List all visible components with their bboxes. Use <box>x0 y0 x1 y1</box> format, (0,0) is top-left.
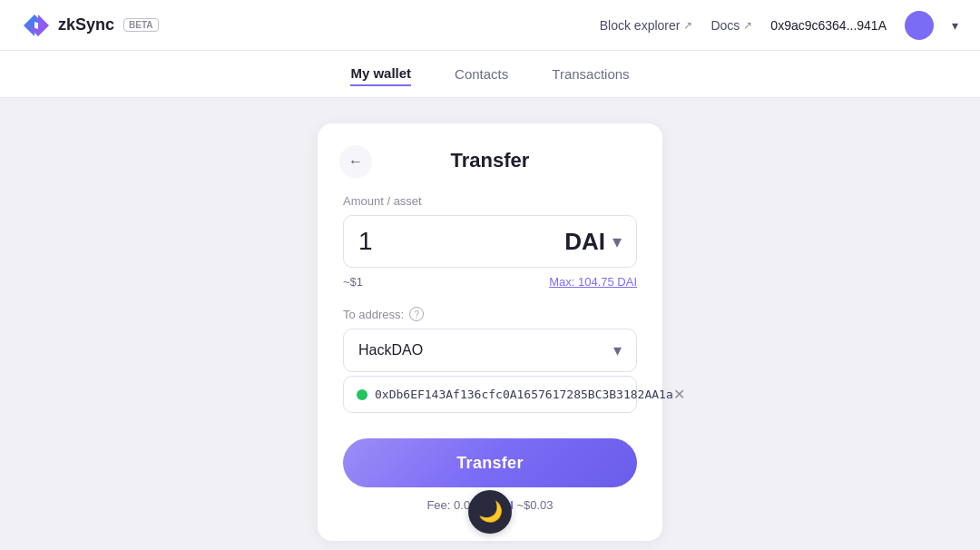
block-explorer-link[interactable]: Block explorer ↗ <box>600 18 693 33</box>
wallet-address: 0x9ac9c6364...941A <box>770 18 887 33</box>
address-item-left: 0xDb6EF143Af136cfc0A1657617285BC3B3182AA… <box>357 388 673 401</box>
card-title: Transfer <box>343 149 637 172</box>
amount-input[interactable] <box>358 227 449 256</box>
address-dropdown[interactable]: HackDAO ▾ <box>343 329 637 372</box>
dark-mode-toggle[interactable]: 🌙 <box>468 490 512 534</box>
transfer-card: ← Transfer Amount / asset DAI ▾ ~$1 Max:… <box>318 123 662 541</box>
avatar[interactable] <box>905 11 934 40</box>
beta-badge: BETA <box>123 18 158 32</box>
back-button[interactable]: ← <box>339 145 372 178</box>
nav-item-transactions[interactable]: Transactions <box>552 63 629 85</box>
address-dropdown-text: HackDAO <box>358 342 423 358</box>
header: zkSync BETA Block explorer ↗ Docs ↗ 0x9a… <box>0 0 980 51</box>
asset-selector[interactable]: DAI ▾ <box>564 228 622 256</box>
header-right: Block explorer ↗ Docs ↗ 0x9ac9c6364...94… <box>600 11 958 40</box>
help-icon[interactable]: ? <box>409 307 424 321</box>
amount-usd: ~$1 <box>343 275 363 289</box>
max-link[interactable]: Max: 104.75 DAI <box>549 275 637 289</box>
to-address-label: To address: ? <box>343 307 637 321</box>
zksync-logo-icon <box>22 13 51 38</box>
main-content: ← Transfer Amount / asset DAI ▾ ~$1 Max:… <box>0 98 980 541</box>
online-indicator <box>357 389 368 400</box>
nav: My wallet Contacts Transactions <box>0 51 980 98</box>
docs-link[interactable]: Docs ↗ <box>710 18 752 33</box>
remove-address-icon[interactable]: ✕ <box>673 386 685 403</box>
asset-chevron-icon: ▾ <box>612 231 622 252</box>
logo-area: zkSync BETA <box>22 13 159 38</box>
account-chevron-icon[interactable]: ▾ <box>952 18 958 33</box>
asset-name: DAI <box>564 228 605 256</box>
nav-item-contacts[interactable]: Contacts <box>455 63 508 85</box>
external-link-icon-docs: ↗ <box>743 19 752 32</box>
address-hash: 0xDb6EF143Af136cfc0A1657617285BC3B3182AA… <box>375 388 673 401</box>
dropdown-chevron-icon: ▾ <box>613 340 622 360</box>
amount-field: DAI ▾ <box>343 215 637 268</box>
external-link-icon: ↗ <box>683 19 692 32</box>
address-item: 0xDb6EF143Af136cfc0A1657617285BC3B3182AA… <box>343 376 637 413</box>
nav-item-wallet[interactable]: My wallet <box>350 62 411 86</box>
amount-meta: ~$1 Max: 104.75 DAI <box>343 275 637 289</box>
transfer-button[interactable]: Transfer <box>343 438 637 487</box>
moon-icon: 🌙 <box>478 500 503 524</box>
logo-text: zkSync <box>58 15 114 34</box>
amount-label: Amount / asset <box>343 194 637 208</box>
